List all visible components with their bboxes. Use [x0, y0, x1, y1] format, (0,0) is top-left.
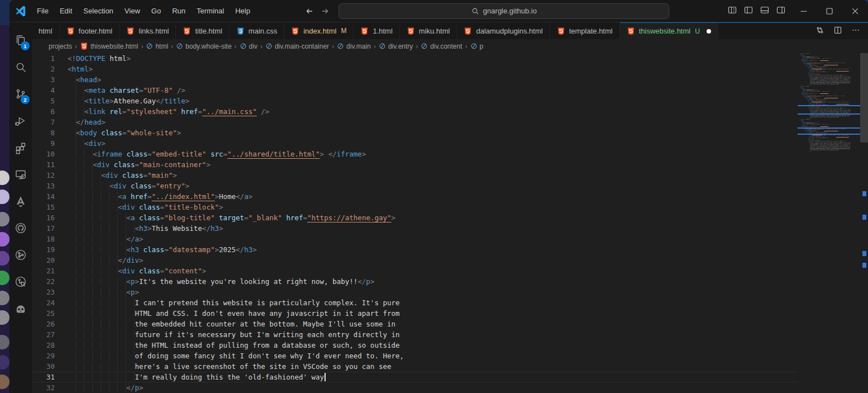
breadcrumb-p[interactable]: p [470, 42, 484, 50]
activity-search-icon[interactable] [9, 54, 32, 81]
activity-git-graph-icon[interactable] [9, 242, 32, 268]
tab-dalamudplugins.html[interactable]: dalamudplugins.html [457, 22, 550, 39]
code-line-3[interactable]: 3 <head> [32, 74, 798, 85]
breadcrumb-thiswebsite.html[interactable]: thiswebsite.html [80, 42, 138, 50]
code-line-10[interactable]: 10 <iframe class="embed-title" src="../s… [32, 149, 798, 159]
tab-1.html[interactable]: 1.html [354, 22, 399, 39]
code-line-6[interactable]: 6 <link rel="stylesheet" href="../main.c… [32, 106, 798, 117]
maximize-button[interactable] [817, 0, 842, 22]
code-line-22[interactable]: 22 <p>It's the website you're looking at… [32, 276, 798, 287]
code-line-12[interactable]: 12 <div class="main"> [32, 170, 798, 181]
line-number: 9 [32, 138, 55, 149]
command-center-search[interactable]: gnargle.github.io [338, 3, 669, 19]
breadcrumb-projects[interactable]: projects [49, 42, 72, 50]
tab-title.html[interactable]: title.html [176, 22, 229, 39]
code-line-31[interactable]: 31 I'm really doing this the 'old-fashio… [32, 372, 798, 382]
code-line-14[interactable]: 14 <a href="../index.html">Home</a> [32, 191, 798, 202]
code-line-29[interactable]: 29 of doing some fancy shit I don't see … [32, 351, 798, 361]
code-line-8[interactable]: 8 <body class="whole-site"> [32, 127, 798, 138]
activity-source-control-icon[interactable]: 2 [9, 81, 32, 107]
code-line-20[interactable]: 20 </div> [32, 255, 798, 266]
tab-main.css[interactable]: main.css [230, 22, 284, 39]
nav-forward-button[interactable] [321, 7, 330, 16]
code-line-25[interactable]: 25 HTML and CSS. I don't even have any j… [32, 308, 798, 319]
line-content: <meta charset="UTF-8" /> [55, 85, 185, 96]
tab-footer.html[interactable]: footer.html [60, 22, 120, 39]
code-line-5[interactable]: 5 <title>Athene.Gay</title> [32, 96, 798, 106]
tab-thiswebsite.html[interactable]: thiswebsite.htmlU [620, 22, 718, 39]
activity-godot-tools-icon[interactable] [9, 295, 32, 322]
code-editor[interactable]: 1<!DOCTYPE html>2<html>3 <head>4 <meta c… [32, 53, 868, 393]
code-line-30[interactable]: 30 here's a live screenshot of the site … [32, 361, 798, 372]
tab-links.html[interactable]: links.html [120, 22, 176, 39]
code-line-11[interactable]: 11 <div class="main-container"> [32, 159, 798, 170]
nav-back-button[interactable] [305, 7, 314, 16]
unsaved-dot[interactable] [707, 29, 711, 34]
activity-run-and-debug-icon[interactable] [9, 107, 32, 134]
menu-terminal[interactable]: Terminal [191, 3, 230, 18]
code-line-28[interactable]: 28 the HTML instead of pulling from a da… [32, 340, 798, 351]
tab-index.html[interactable]: index.htmlM [284, 22, 354, 39]
activity-badge: 2 [21, 95, 30, 104]
breadcrumb-body.whole-site[interactable]: body.whole-site [176, 42, 232, 50]
menu-edit[interactable]: Edit [54, 3, 78, 18]
line-number: 1 [32, 53, 55, 64]
tab-miku.html[interactable]: miku.html [400, 22, 457, 39]
close-button[interactable] [842, 0, 868, 22]
code-line-18[interactable]: 18 </a> [32, 234, 798, 244]
menu-run[interactable]: Run [166, 3, 191, 18]
split-editor-icon[interactable] [833, 26, 842, 37]
code-line-17[interactable]: 17 <h3>This Website</h3> [32, 223, 798, 234]
code-line-1[interactable]: 1<!DOCTYPE html> [32, 53, 798, 64]
code-line-15[interactable]: 15 <div class="title-block"> [32, 202, 798, 212]
activity-extensions-icon[interactable] [9, 134, 32, 161]
activity-gitlens-icon[interactable] [9, 268, 32, 295]
breadcrumb-div.entry[interactable]: div.entry [379, 42, 413, 50]
line-content: I'm really doing this the 'old-fashioned… [55, 372, 326, 382]
line-number: 19 [32, 244, 55, 255]
code-line-7[interactable]: 7 </head> [32, 117, 798, 127]
code-line-32[interactable]: 32 </p> [32, 382, 798, 393]
code-line-19[interactable]: 19 <h3 class="datestamp">2025</h3> [32, 244, 798, 255]
tab-template.html[interactable]: template.html [550, 22, 620, 39]
minimize-button[interactable] [791, 0, 817, 22]
activity-astro-extension-icon[interactable] [9, 188, 32, 215]
code-line-21[interactable]: 21 <div class="content"> [32, 266, 798, 276]
code-line-24[interactable]: 24 I can't pretend this website is parti… [32, 297, 798, 308]
menu-help[interactable]: Help [230, 3, 256, 18]
toggle-secondary-sidebar-icon[interactable] [776, 6, 785, 17]
code-line-23[interactable]: 23 <p> [32, 287, 798, 297]
breadcrumb-html[interactable]: html [146, 42, 168, 50]
editor-scrollbar[interactable] [860, 53, 868, 393]
activity-github-icon[interactable] [9, 215, 32, 242]
code-line-13[interactable]: 13 <div class="entry"> [32, 181, 798, 191]
menu-file[interactable]: File [31, 3, 54, 18]
breadcrumb: projects›thiswebsite.html›html›body.whol… [32, 39, 868, 53]
code-line-2[interactable]: 2<html> [32, 64, 798, 74]
minimap[interactable]: <!DOCTYPE html> <html> <head> <meta char… [798, 53, 860, 393]
menu-go[interactable]: Go [146, 3, 166, 18]
line-content: <a class="blog-title" target="_blank" hr… [55, 212, 395, 223]
customize-layout-icon[interactable] [728, 6, 737, 17]
code-line-16[interactable]: 16 <a class="blog-title" target="_blank"… [32, 212, 798, 223]
open-changes-icon[interactable] [815, 26, 824, 37]
toggle-primary-sidebar-icon[interactable] [744, 6, 753, 17]
activity-remote-explorer-icon[interactable] [9, 161, 32, 188]
breadcrumb-div.main[interactable]: div.main [337, 42, 371, 50]
code-line-26[interactable]: 26 the embedded hit counter at the botto… [32, 319, 798, 329]
menu-view[interactable]: View [119, 3, 146, 18]
code-line-4[interactable]: 4 <meta charset="UTF-8" /> [32, 85, 798, 96]
breadcrumb-div[interactable]: div [240, 42, 257, 50]
scrollbar-slider[interactable] [860, 53, 868, 143]
more-actions-icon[interactable] [851, 26, 860, 37]
tab-html[interactable]: html [32, 22, 60, 39]
line-number: 15 [32, 202, 55, 212]
activity-explorer-icon[interactable]: 1 [9, 27, 32, 54]
code-line-27[interactable]: 27 future if it's necessary but I'm writ… [32, 329, 798, 340]
breadcrumb-div.content[interactable]: div.content [421, 42, 462, 50]
line-content: <p> [55, 287, 139, 297]
breadcrumb-div.main-container[interactable]: div.main-container [265, 42, 329, 50]
toggle-panel-icon[interactable] [760, 6, 769, 17]
code-line-9[interactable]: 9 <div> [32, 138, 798, 149]
menu-selection[interactable]: Selection [78, 3, 118, 18]
